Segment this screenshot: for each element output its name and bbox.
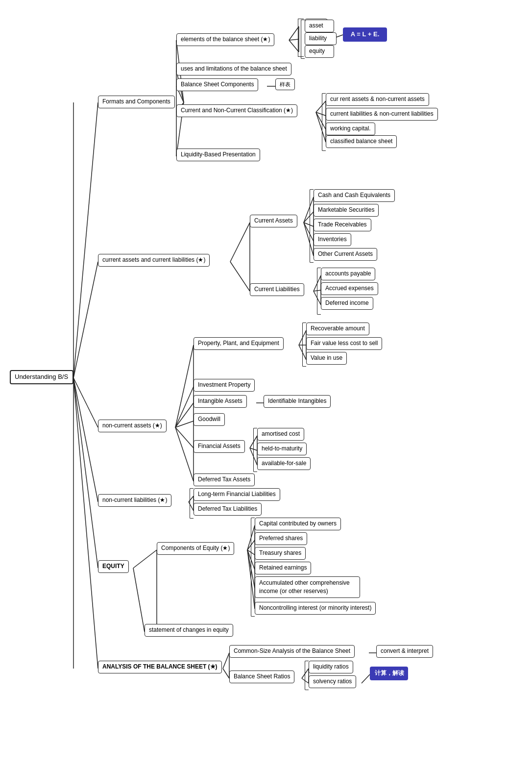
svg-line-3: [73, 378, 98, 502]
calc-tag-node: 计算，解读: [370, 667, 408, 680]
svg-line-15: [289, 40, 299, 52]
deferred-income-node: Deferred income: [321, 297, 373, 310]
common-size-node: Common-Size Analysis of the Balance Shee…: [229, 645, 355, 658]
goodwill-node: Goodwill: [193, 413, 225, 426]
svg-line-37: [175, 345, 193, 427]
svg-line-38: [175, 387, 193, 427]
svg-line-2: [73, 378, 98, 427]
accumulated-oci-node: Accumulated other comprehensive income (…: [255, 576, 360, 598]
current-liabilities-noncurrent-node: current liabilities & non-current liabil…: [326, 108, 438, 121]
deferred-tax-assets-node: Deferred Tax Assets: [193, 473, 255, 486]
svg-line-13: [289, 26, 299, 40]
investment-property-node: Investment Property: [193, 379, 255, 392]
current-noncurrent-class-node: Current and Non-Current Classification (…: [176, 104, 297, 117]
deferred-tax-liab-node: Deferred Tax Liabilities: [193, 503, 262, 516]
marketable-sec-node: Marketable Securities: [314, 204, 379, 217]
available-for-sale-node: available-for-sale: [257, 457, 311, 470]
long-term-fin-liab-node: Long-term Financial Liabilities: [193, 488, 280, 501]
svg-line-41: [175, 427, 193, 448]
value-in-use-node: Value in use: [306, 352, 347, 365]
uses-limitations-node: uses and limitations of the balance shee…: [176, 63, 291, 75]
non-current-assets-node: non-current assets (★): [98, 420, 167, 432]
current-assets-liabilities-node: current assets and current liabilities (…: [98, 254, 210, 267]
treasury-shares-node: Treasury shares: [255, 547, 306, 560]
balance-sheet-ratios-node: Balance Sheet Ratios: [229, 671, 294, 683]
liquidity-ratios-node: liquidity ratios: [309, 661, 353, 673]
solvency-ratios-node: solvency ratios: [309, 675, 356, 688]
financial-assets-node: Financial Assets: [193, 440, 245, 453]
equity-node2: equity: [305, 45, 334, 58]
inventories-node: Inventories: [314, 233, 351, 246]
capital-contributed-node: Capital contributed by owners: [255, 518, 341, 530]
mind-map: Understanding B/S Formats and Components…: [0, 0, 532, 770]
convert-interpret-node: convert & interpret: [376, 645, 433, 658]
retained-earnings-node: Retained earnings: [255, 562, 311, 574]
held-to-maturity-node: held-to-maturity: [257, 443, 307, 455]
cur-rent-assets-node: cur rent assets & non-current assets: [326, 93, 429, 106]
cash-equiv-node: Cash and Cash Equivalents: [314, 189, 395, 202]
liability-node: liability: [305, 32, 337, 45]
svg-line-4: [73, 378, 98, 568]
svg-line-39: [175, 403, 193, 427]
svg-line-40: [175, 421, 193, 427]
svg-line-1: [73, 262, 98, 378]
balance-sheet-components-node: Balance Sheet Components: [176, 78, 258, 91]
preferred-shares-node: Preferred shares: [255, 532, 307, 545]
elements-balance-sheet-node: elements of the balance sheet (★): [176, 33, 274, 46]
intangible-assets-node: Intangible Assets: [193, 395, 247, 408]
svg-line-5: [73, 378, 98, 669]
accounts-payable-node: accounts payable: [321, 268, 375, 280]
accrued-expenses-node: Accrued expenses: [321, 282, 378, 295]
amortised-cost-node: amortised cost: [257, 428, 304, 441]
identifiable-intangibles-node: Identifiable Intangibles: [264, 395, 331, 408]
liquidity-based-node: Liquidity-Based Presentation: [176, 149, 260, 161]
svg-line-73: [362, 674, 370, 683]
other-current-assets-node: Other Current Assets: [314, 248, 377, 261]
svg-line-24: [230, 223, 250, 262]
svg-line-42: [175, 427, 193, 481]
svg-line-57: [133, 568, 145, 632]
analysis-node: ANALYSIS OF THE BALANCE SHEET (★): [98, 661, 222, 673]
non-current-liabilities-node: non-current liabilities (★): [98, 494, 171, 507]
svg-line-56: [133, 550, 157, 568]
components-equity-node: Components of Equity (★): [157, 542, 234, 555]
svg-line-0: [73, 102, 98, 378]
sample-tag-node: 样表: [275, 78, 295, 90]
equity-main-node: EQUITY: [98, 560, 129, 573]
svg-line-14: [289, 39, 299, 40]
svg-line-66: [223, 653, 229, 669]
asset-node: asset: [305, 20, 334, 32]
formats-components-node: Formats and Components: [98, 96, 175, 108]
svg-line-67: [223, 669, 229, 678]
noncontrolling-node: Noncontrolling interest (or minority int…: [255, 602, 376, 615]
ppe-node: Property, Plant, and Equipment: [193, 337, 284, 350]
recoverable-amount-node: Recoverable amount: [306, 323, 369, 335]
trade-recv-node: Trade Receivables: [314, 219, 371, 231]
working-capital-node: working capital.: [326, 123, 375, 135]
current-liabilities-node: Current Liabilities: [250, 283, 304, 296]
formula-node: A = L + E.: [343, 27, 387, 42]
root-node: Understanding B/S: [10, 370, 73, 384]
fair-value-node: Fair value less cost to sell: [306, 337, 382, 350]
statement-changes-node: statement of changes in equity: [145, 624, 233, 637]
svg-line-25: [230, 262, 250, 291]
classified-balance-sheet-node: classified balance sheet: [326, 135, 397, 148]
current-assets-node: Current Assets: [250, 215, 297, 227]
